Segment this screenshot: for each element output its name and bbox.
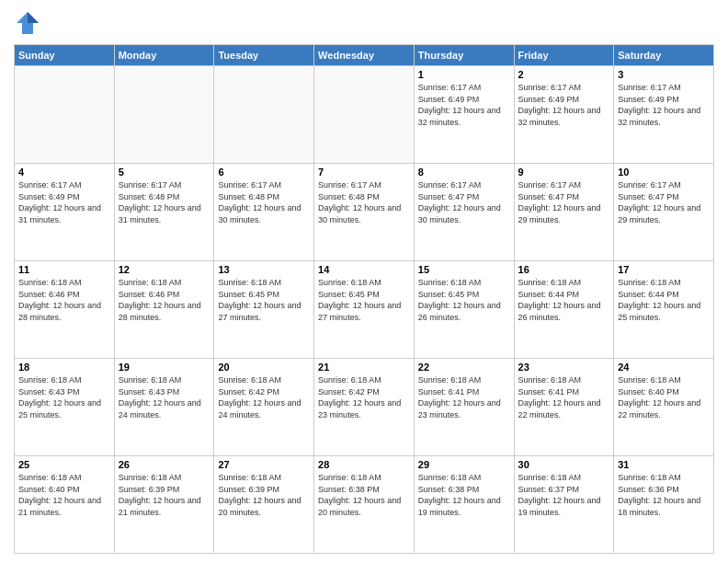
calendar-header-thursday: Thursday <box>414 45 514 66</box>
day-number: 10 <box>618 167 710 178</box>
calendar-cell: 21Sunrise: 6:18 AMSunset: 6:42 PMDayligh… <box>314 359 415 456</box>
day-info: Sunrise: 6:17 AMSunset: 6:48 PMDaylight:… <box>218 179 310 225</box>
day-info: Sunrise: 6:18 AMSunset: 6:43 PMDaylight:… <box>119 374 210 420</box>
calendar-cell: 13Sunrise: 6:18 AMSunset: 6:45 PMDayligh… <box>214 261 314 359</box>
day-number: 12 <box>119 264 210 275</box>
calendar-cell: 10Sunrise: 6:17 AMSunset: 6:47 PMDayligh… <box>614 164 714 261</box>
calendar-cell <box>314 66 415 164</box>
calendar-cell: 1Sunrise: 6:17 AMSunset: 6:49 PMDaylight… <box>414 66 514 164</box>
day-info: Sunrise: 6:18 AMSunset: 6:39 PMDaylight:… <box>218 472 310 518</box>
day-info: Sunrise: 6:17 AMSunset: 6:47 PMDaylight:… <box>618 179 710 225</box>
calendar-cell: 4Sunrise: 6:17 AMSunset: 6:49 PMDaylight… <box>15 164 115 261</box>
day-number: 14 <box>318 264 410 275</box>
calendar-table: SundayMondayTuesdayWednesdayThursdayFrid… <box>14 44 714 554</box>
calendar-week-0: 1Sunrise: 6:17 AMSunset: 6:49 PMDaylight… <box>15 66 714 164</box>
calendar-cell: 18Sunrise: 6:18 AMSunset: 6:43 PMDayligh… <box>15 359 115 456</box>
day-number: 11 <box>18 264 110 275</box>
day-info: Sunrise: 6:18 AMSunset: 6:41 PMDaylight:… <box>518 374 610 420</box>
day-info: Sunrise: 6:18 AMSunset: 6:38 PMDaylight:… <box>318 472 410 518</box>
calendar-cell: 15Sunrise: 6:18 AMSunset: 6:45 PMDayligh… <box>414 261 514 359</box>
calendar-header-saturday: Saturday <box>614 45 714 66</box>
logo-icon <box>14 9 41 37</box>
calendar-cell: 26Sunrise: 6:18 AMSunset: 6:39 PMDayligh… <box>114 456 214 554</box>
day-number: 31 <box>618 459 710 470</box>
day-number: 18 <box>18 362 110 373</box>
day-info: Sunrise: 6:18 AMSunset: 6:46 PMDaylight:… <box>18 277 110 323</box>
day-info: Sunrise: 6:18 AMSunset: 6:43 PMDaylight:… <box>18 374 110 420</box>
calendar-cell: 31Sunrise: 6:18 AMSunset: 6:36 PMDayligh… <box>614 456 714 554</box>
calendar-header-monday: Monday <box>114 45 214 66</box>
calendar-cell: 17Sunrise: 6:18 AMSunset: 6:44 PMDayligh… <box>614 261 714 359</box>
day-info: Sunrise: 6:18 AMSunset: 6:41 PMDaylight:… <box>418 374 510 420</box>
calendar-week-2: 11Sunrise: 6:18 AMSunset: 6:46 PMDayligh… <box>15 261 714 359</box>
svg-marker-1 <box>28 12 39 23</box>
day-info: Sunrise: 6:17 AMSunset: 6:49 PMDaylight:… <box>418 82 510 128</box>
calendar-cell: 3Sunrise: 6:17 AMSunset: 6:49 PMDaylight… <box>614 66 714 164</box>
day-number: 26 <box>119 459 210 470</box>
day-info: Sunrise: 6:18 AMSunset: 6:42 PMDaylight:… <box>318 374 410 420</box>
calendar-cell: 5Sunrise: 6:17 AMSunset: 6:48 PMDaylight… <box>114 164 214 261</box>
day-number: 22 <box>418 362 510 373</box>
calendar-week-1: 4Sunrise: 6:17 AMSunset: 6:49 PMDaylight… <box>15 164 714 261</box>
day-number: 16 <box>518 264 610 275</box>
calendar-cell: 19Sunrise: 6:18 AMSunset: 6:43 PMDayligh… <box>114 359 214 456</box>
calendar-cell: 12Sunrise: 6:18 AMSunset: 6:46 PMDayligh… <box>114 261 214 359</box>
day-info: Sunrise: 6:17 AMSunset: 6:47 PMDaylight:… <box>418 179 510 225</box>
day-info: Sunrise: 6:18 AMSunset: 6:39 PMDaylight:… <box>119 472 210 518</box>
calendar-header-row: SundayMondayTuesdayWednesdayThursdayFrid… <box>15 45 714 66</box>
day-info: Sunrise: 6:17 AMSunset: 6:48 PMDaylight:… <box>119 179 210 225</box>
calendar-header-friday: Friday <box>514 45 614 66</box>
calendar-cell: 25Sunrise: 6:18 AMSunset: 6:40 PMDayligh… <box>15 456 115 554</box>
calendar-cell <box>114 66 214 164</box>
calendar-cell: 28Sunrise: 6:18 AMSunset: 6:38 PMDayligh… <box>314 456 415 554</box>
calendar-cell: 27Sunrise: 6:18 AMSunset: 6:39 PMDayligh… <box>214 456 314 554</box>
day-info: Sunrise: 6:18 AMSunset: 6:38 PMDaylight:… <box>418 472 510 518</box>
day-info: Sunrise: 6:18 AMSunset: 6:46 PMDaylight:… <box>119 277 210 323</box>
calendar-cell: 7Sunrise: 6:17 AMSunset: 6:48 PMDaylight… <box>314 164 415 261</box>
day-info: Sunrise: 6:18 AMSunset: 6:42 PMDaylight:… <box>218 374 310 420</box>
day-number: 20 <box>218 362 310 373</box>
day-number: 23 <box>518 362 610 373</box>
day-number: 4 <box>18 167 110 178</box>
day-info: Sunrise: 6:18 AMSunset: 6:44 PMDaylight:… <box>518 277 610 323</box>
day-info: Sunrise: 6:17 AMSunset: 6:47 PMDaylight:… <box>518 179 610 225</box>
calendar-cell: 14Sunrise: 6:18 AMSunset: 6:45 PMDayligh… <box>314 261 415 359</box>
calendar-cell: 24Sunrise: 6:18 AMSunset: 6:40 PMDayligh… <box>614 359 714 456</box>
day-info: Sunrise: 6:18 AMSunset: 6:40 PMDaylight:… <box>18 472 110 518</box>
day-info: Sunrise: 6:18 AMSunset: 6:44 PMDaylight:… <box>618 277 710 323</box>
day-number: 21 <box>318 362 410 373</box>
calendar-cell: 20Sunrise: 6:18 AMSunset: 6:42 PMDayligh… <box>214 359 314 456</box>
calendar-cell: 9Sunrise: 6:17 AMSunset: 6:47 PMDaylight… <box>514 164 614 261</box>
day-number: 19 <box>119 362 210 373</box>
calendar-week-3: 18Sunrise: 6:18 AMSunset: 6:43 PMDayligh… <box>15 359 714 456</box>
day-number: 1 <box>418 69 510 80</box>
day-info: Sunrise: 6:18 AMSunset: 6:45 PMDaylight:… <box>318 277 410 323</box>
day-number: 5 <box>119 167 210 178</box>
calendar-cell: 11Sunrise: 6:18 AMSunset: 6:46 PMDayligh… <box>15 261 115 359</box>
day-number: 13 <box>218 264 310 275</box>
calendar-cell: 8Sunrise: 6:17 AMSunset: 6:47 PMDaylight… <box>414 164 514 261</box>
day-number: 28 <box>318 459 410 470</box>
day-number: 30 <box>518 459 610 470</box>
calendar-cell: 2Sunrise: 6:17 AMSunset: 6:49 PMDaylight… <box>514 66 614 164</box>
day-info: Sunrise: 6:18 AMSunset: 6:36 PMDaylight:… <box>618 472 710 518</box>
calendar-header-sunday: Sunday <box>15 45 115 66</box>
day-info: Sunrise: 6:17 AMSunset: 6:48 PMDaylight:… <box>318 179 410 225</box>
header <box>14 9 714 37</box>
day-number: 9 <box>518 167 610 178</box>
calendar-header-tuesday: Tuesday <box>214 45 314 66</box>
day-info: Sunrise: 6:17 AMSunset: 6:49 PMDaylight:… <box>518 82 610 128</box>
day-number: 17 <box>618 264 710 275</box>
day-info: Sunrise: 6:18 AMSunset: 6:45 PMDaylight:… <box>218 277 310 323</box>
calendar-week-4: 25Sunrise: 6:18 AMSunset: 6:40 PMDayligh… <box>15 456 714 554</box>
calendar-cell: 30Sunrise: 6:18 AMSunset: 6:37 PMDayligh… <box>514 456 614 554</box>
calendar-cell: 16Sunrise: 6:18 AMSunset: 6:44 PMDayligh… <box>514 261 614 359</box>
day-info: Sunrise: 6:17 AMSunset: 6:49 PMDaylight:… <box>18 179 110 225</box>
calendar-cell <box>15 66 115 164</box>
day-info: Sunrise: 6:18 AMSunset: 6:37 PMDaylight:… <box>518 472 610 518</box>
calendar-cell: 23Sunrise: 6:18 AMSunset: 6:41 PMDayligh… <box>514 359 614 456</box>
day-number: 24 <box>618 362 710 373</box>
calendar-cell: 29Sunrise: 6:18 AMSunset: 6:38 PMDayligh… <box>414 456 514 554</box>
logo <box>14 9 45 37</box>
day-number: 15 <box>418 264 510 275</box>
